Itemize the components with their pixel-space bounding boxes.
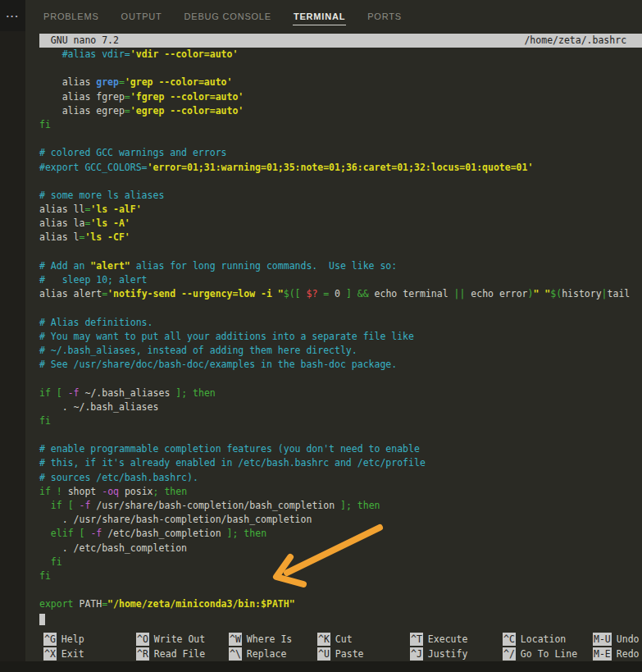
code-token [74,500,80,511]
terminal-row: # Add an "alert" alias for long running … [39,259,642,273]
code-token: = [125,105,130,117]
code-token: # enable programmable completion feature… [39,443,420,455]
nano-shortcut-bar: ^GHelp^OWrite Out^WWhere Is^KCut^TExecut… [0,633,642,661]
code-token: 'notify-send --urgency=low -i " [107,288,284,299]
code-token: . /usr/share/bash-completion/bash_comple… [39,514,312,525]
code-token: || [454,288,471,299]
terminal-row: # sleep 10; alert [39,273,642,287]
code-token: posix [119,486,153,497]
terminal-row: # You may want to put all your additions… [39,330,642,344]
code-token: 'vdir --color=auto' [130,48,239,60]
code-token [187,387,193,399]
terminal-row: alias l='ls -CF' [39,231,642,245]
nano-shortcut-paste: ^UPaste [317,647,363,661]
code-token: if [39,387,51,399]
code-token: " " [534,288,551,299]
code-token: /etc/bash_completion [102,528,226,539]
shortcut-label: Go To Line [521,648,577,660]
code-token: grep [96,76,119,88]
code-token: fi [39,119,51,130]
code-token: ! [57,486,62,497]
code-token: ]; [340,500,352,511]
shortcut-label: Read File [154,648,205,660]
shortcut-key: ^W [229,633,242,646]
code-token: 'fgrep --color=auto' [130,91,244,103]
code-token: if [51,500,62,511]
code-token: # this, if it's already enabled in /etc/… [39,457,426,469]
terminal-row: #alias vdir='vdir --color=auto' [39,48,642,62]
code-token: alias fgrep [39,91,125,103]
shortcut-key: ^/ [503,647,516,661]
code-token: then [244,528,266,539]
code-token [74,528,80,539]
shortcut-label: Location [521,633,566,645]
terminal-row: fi [39,555,642,569]
terminal-row: . ~/.bash_aliases [39,400,642,414]
terminal-row [39,62,642,75]
shortcut-key: ^T [410,633,423,646]
terminal-row: . /usr/share/bash-completion/bash_comple… [39,513,642,527]
panel-tabbar: PROBLEMSOUTPUTDEBUG CONSOLETERMINALPORTS [25,0,642,31]
code-token: 'error=01;31:warning=01;35:note=01;36:ca… [148,162,534,173]
code-token: export [39,598,74,610]
nano-shortcut-replace: ^\Replace [229,647,286,661]
terminal-row [39,245,642,259]
terminal-row: if [ -f ~/.bash_aliases ]; then [39,386,642,400]
code-token: # sources /etc/bash.bashrc). [39,472,198,483]
code-token: 'ls -CF' [84,231,130,243]
terminal-row [39,612,642,626]
code-token: -f [68,387,80,399]
tab-terminal[interactable]: TERMINAL [293,6,346,25]
nano-app-title: GNU nano 7.2 [39,34,119,48]
code-token: $? [306,288,317,299]
code-token: #alias vdir= [39,48,130,60]
tab-debug-console[interactable]: DEBUG CONSOLE [184,6,272,25]
code-token [62,500,68,511]
code-token [352,500,357,511]
terminal-row: alias grep='grep --color=auto' [39,75,642,89]
code-token: # Add an [39,260,90,272]
code-token: ~/.bash_aliases [80,387,176,399]
code-token [39,556,51,568]
shortcut-label: Redo [617,648,640,660]
tab-problems[interactable]: PROBLEMS [43,6,100,25]
more-actions-button[interactable]: ··· [0,0,25,31]
terminal-row: # See /usr/share/doc/bash-doc/examples i… [39,358,642,372]
code-token: echo terminal [375,288,454,299]
code-token: #export GCC_COLORS= [39,162,148,173]
code-token: [ [57,387,62,399]
code-token: . /etc/bash_completion [39,542,187,554]
bottom-band [0,661,642,672]
code-token: PATH [74,598,102,610]
code-token: ) [528,288,534,299]
terminal-row: alias ll='ls -alF' [39,203,642,217]
code-token: alias la [39,217,84,229]
code-token: tail [608,288,631,299]
code-token: "alert" [90,260,130,272]
shortcut-label: Cut [335,633,353,645]
code-token: fi [39,570,51,582]
code-token: # You may want to put all your additions… [39,331,414,342]
tab-output[interactable]: OUTPUT [121,6,163,25]
terminal-row [39,583,642,597]
terminal-row: alias la='ls -A' [39,217,642,231]
shortcut-label: Paste [335,648,364,660]
code-token: # ~/.bash_aliases, instead of adding the… [39,345,357,356]
code-token: elif [51,528,74,539]
nano-shortcut-help: ^GHelp [43,633,84,647]
code-token: shopt [62,486,102,497]
code-token: -f [90,528,102,539]
tab-ports[interactable]: PORTS [367,6,403,25]
terminal-row: # some more ls aliases [39,189,642,203]
shortcut-label: Write Out [154,633,205,645]
code-token [39,528,51,539]
shortcut-key: ^X [43,647,57,661]
nano-shortcut-location: ^CLocation [503,633,566,647]
terminal-row: # Alias definitions. [39,316,642,330]
code-token: echo error [471,288,527,299]
terminal-cursor [39,614,45,625]
shortcut-key: ^G [43,633,57,646]
code-token: then [164,486,187,497]
terminal-row: # colored GCC warnings and errors [39,146,642,160]
terminal-content[interactable]: #alias vdir='vdir --color=auto' alias gr… [39,48,642,626]
